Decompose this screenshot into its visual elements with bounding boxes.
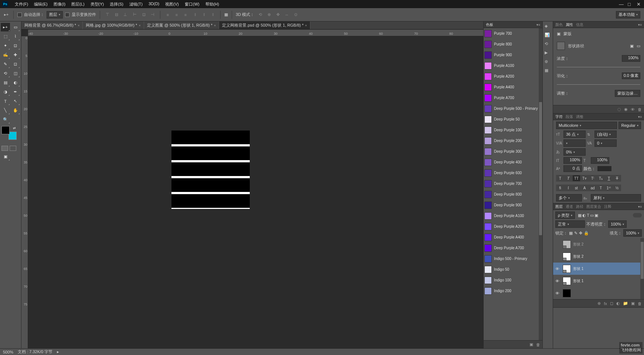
layer-style-icon[interactable]: fx bbox=[604, 301, 607, 306]
crop-tool[interactable]: ⊡ bbox=[11, 41, 20, 50]
swatch-row[interactable]: Purple A700 bbox=[484, 92, 542, 103]
swatch-row[interactable]: Deep Purple A200 bbox=[484, 221, 542, 232]
layer-row[interactable]: 形状 2 bbox=[553, 238, 644, 250]
maximize-icon[interactable]: □ bbox=[628, 1, 633, 7]
mask-edge-button[interactable]: 蒙版边缘… bbox=[615, 90, 640, 97]
panel-menu-icon[interactable]: ▾≡ bbox=[638, 205, 642, 209]
menu-image[interactable]: 图像(I) bbox=[51, 0, 68, 8]
underline-button[interactable]: T bbox=[605, 175, 613, 182]
swatch-row[interactable]: Deep Purple 300 bbox=[484, 146, 542, 157]
allcaps-button[interactable]: TT bbox=[572, 175, 580, 182]
artboard-tool[interactable]: ▭ bbox=[11, 23, 20, 31]
italic-button[interactable]: T bbox=[564, 175, 572, 182]
ruler-horizontal[interactable]: -40-30-20-100102030405060708090100 bbox=[28, 30, 483, 36]
1st-button[interactable]: 1ˢᵗ bbox=[605, 185, 613, 191]
lock-transparent-icon[interactable]: ▦ bbox=[569, 231, 573, 236]
doc-info-arrow[interactable]: ▸ bbox=[57, 349, 59, 354]
swatch-row[interactable]: Deep Purple 100 bbox=[484, 125, 542, 135]
swatch-row[interactable]: Deep Purple 500 - Primary bbox=[484, 103, 542, 114]
fi-button[interactable]: fi bbox=[556, 185, 564, 191]
visibility-icon[interactable]: 👁 bbox=[555, 267, 560, 271]
paths-tab[interactable]: 路径 bbox=[576, 204, 583, 209]
close-tab-icon[interactable]: × bbox=[78, 24, 79, 27]
filter-smart-icon[interactable]: ▣ bbox=[594, 213, 598, 218]
align-bottom-icon[interactable]: ⊥ bbox=[122, 11, 129, 18]
close-tab-icon[interactable]: × bbox=[214, 24, 216, 27]
filter-type-icon[interactable]: T bbox=[587, 213, 589, 218]
slide-icon[interactable]: ↔ bbox=[283, 11, 290, 18]
zoom3d-icon[interactable]: ⊙ bbox=[292, 11, 299, 18]
lock-pixels-icon[interactable]: ✎ bbox=[574, 231, 577, 236]
half-button[interactable]: ½ bbox=[613, 185, 621, 191]
menu-filter[interactable]: 滤镜(T) bbox=[126, 0, 146, 8]
T-button[interactable]: T bbox=[597, 185, 605, 191]
auto-select-dropdown[interactable]: 图层 bbox=[47, 11, 63, 18]
menu-edit[interactable]: 编辑(E) bbox=[31, 0, 51, 8]
swatch-scrollbar[interactable] bbox=[539, 28, 542, 340]
align-hcenter-icon[interactable]: ⊡ bbox=[140, 11, 147, 18]
layer-row[interactable]: 👁形状 1 bbox=[553, 263, 644, 275]
swatches-tab[interactable]: 色板 bbox=[486, 22, 493, 27]
swatch-row[interactable]: Indigo 50 bbox=[484, 264, 542, 275]
dock-histogram-icon[interactable]: 📊 bbox=[545, 33, 551, 38]
close-tab-icon[interactable]: × bbox=[139, 24, 140, 27]
close-icon[interactable]: ✕ bbox=[637, 1, 642, 7]
channels-tab[interactable]: 通道 bbox=[566, 204, 573, 209]
fill-value[interactable]: 100% bbox=[623, 229, 642, 237]
dock-styles-icon[interactable]: ▦ bbox=[545, 68, 551, 74]
menu-window[interactable]: 窗口(W) bbox=[182, 0, 202, 8]
layer-row[interactable]: 👁 bbox=[553, 287, 644, 299]
kerning[interactable] bbox=[563, 139, 586, 147]
load-selection-icon[interactable]: ◌ bbox=[617, 107, 621, 112]
dock-history-icon[interactable]: ⟲ bbox=[545, 41, 551, 47]
doc-tab-1[interactable]: 网格.jpg @ 100%(RGB/8#) *× bbox=[83, 21, 144, 29]
adjust-tab[interactable]: 调整 bbox=[576, 114, 583, 119]
adjustment-layer-icon[interactable]: ◐ bbox=[616, 301, 620, 306]
panel-menu-icon[interactable]: ▾≡ bbox=[638, 23, 642, 27]
foreground-background[interactable]: ⇄ bbox=[1, 126, 20, 143]
dodge-tool[interactable]: ◑ bbox=[1, 88, 10, 96]
vscale[interactable]: 100% bbox=[563, 157, 582, 164]
lock-position-icon[interactable]: ✥ bbox=[579, 231, 582, 236]
apply-mask-icon[interactable]: ◉ bbox=[624, 107, 628, 112]
paragraph-tab[interactable]: 段落 bbox=[566, 114, 573, 119]
visibility-icon[interactable]: 👁 bbox=[555, 291, 560, 295]
panel-menu-icon[interactable]: ▾≡ bbox=[638, 115, 642, 119]
swatch-row[interactable]: Deep Purple 900 bbox=[484, 200, 542, 210]
swatch-row[interactable]: Indigo 100 bbox=[484, 275, 542, 285]
stamp-tool[interactable]: ⊡ bbox=[11, 60, 20, 68]
shape-tool[interactable]: ╲ bbox=[1, 106, 10, 115]
new-layer-icon[interactable]: ▣ bbox=[631, 301, 635, 306]
baseline[interactable]: 0 点 bbox=[563, 165, 582, 172]
filter-toggle[interactable] bbox=[633, 213, 642, 217]
filter-pixel-icon[interactable]: ▦ bbox=[578, 213, 582, 218]
subscript-button[interactable]: T₁ bbox=[597, 175, 605, 182]
align-vcenter-icon[interactable]: ⊟ bbox=[113, 11, 120, 18]
scale-input[interactable]: 0% bbox=[563, 148, 586, 156]
doc-tab-2[interactable]: 定义图案 @ 500% (形状 1, RGB/8) *× bbox=[144, 21, 219, 29]
vector-mask-icon[interactable]: ▭ bbox=[637, 44, 640, 48]
superscript-button[interactable]: Tⁱ bbox=[589, 175, 597, 182]
visibility-icon[interactable]: 👁 bbox=[555, 279, 560, 283]
swatch-row[interactable]: Deep Purple 600 bbox=[484, 168, 542, 178]
dist-bottom-icon[interactable]: ≡ bbox=[182, 11, 189, 18]
screen-mode[interactable]: ▣ bbox=[1, 152, 10, 161]
eraser-tool[interactable]: ◫ bbox=[11, 69, 20, 78]
foreground-color[interactable] bbox=[1, 126, 10, 134]
panel-menu-icon[interactable]: ▾≡ bbox=[536, 23, 540, 27]
swatch-row[interactable]: Deep Purple 200 bbox=[484, 135, 542, 146]
leading[interactable]: (自动) bbox=[594, 131, 617, 138]
st-button[interactable]: st bbox=[572, 185, 580, 191]
marquee-tool[interactable]: ⬚ bbox=[1, 32, 10, 41]
ruler-vertical[interactable]: 051015202530354045505560657075 bbox=[21, 36, 28, 348]
density-slider[interactable] bbox=[557, 67, 640, 67]
layer-row[interactable]: 形状 2 bbox=[553, 250, 644, 263]
swatch-row[interactable]: Deep Purple 800 bbox=[484, 189, 542, 200]
canvas[interactable] bbox=[28, 36, 483, 348]
menu-type[interactable]: 类型(Y) bbox=[88, 0, 107, 8]
eyedropper-tool[interactable]: ✍ bbox=[1, 51, 10, 59]
heal-tool[interactable]: ✚ bbox=[11, 51, 20, 59]
swatch-row[interactable]: Purple A200 bbox=[484, 71, 542, 82]
move-tool-icon[interactable]: ▸+ bbox=[3, 11, 10, 18]
strike-button[interactable]: T bbox=[613, 175, 621, 182]
